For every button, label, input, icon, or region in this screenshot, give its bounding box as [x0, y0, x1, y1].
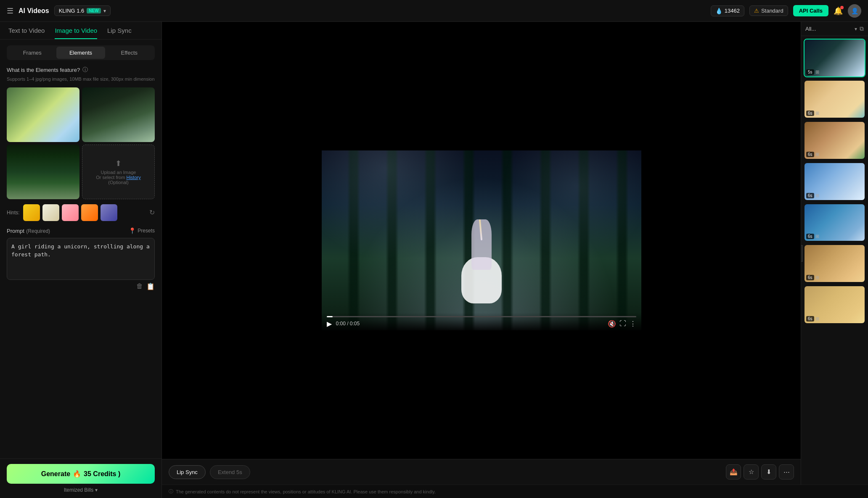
time-display: 0:00 / 0:05 — [336, 321, 360, 327]
hd-icon-1: ⊞ — [815, 69, 819, 75]
info-icon-footer: ⓘ — [169, 488, 173, 495]
center-right-wrapper: ▶ 0:00 / 0:05 🔇 ⛶ ⋮ — [162, 22, 868, 498]
refresh-icon[interactable]: ↻ — [149, 208, 155, 216]
feature-description: Supports 1–4 jpg/png images, 10MB max fi… — [7, 76, 155, 82]
more-options-button[interactable]: ⋮ — [630, 320, 636, 328]
upload-text: Upload an ImageOr select from History(Op… — [96, 170, 140, 185]
prompt-header: Prompt (Required) 📍 Presets — [7, 227, 155, 235]
hint-5[interactable] — [101, 204, 117, 221]
credits-badge: 💧 13462 — [711, 5, 744, 16]
generate-button[interactable]: Generate 🔥 35 Credits ) — [7, 464, 155, 484]
collapse-sidebar-button[interactable]: « — [801, 245, 803, 262]
image-upload-grid: ⬆ Upload an ImageOr select from History(… — [7, 87, 155, 199]
controls-right: 🔇 ⛶ ⋮ — [608, 320, 636, 328]
hint-3[interactable] — [62, 204, 79, 221]
sidebar-filter-button[interactable]: All... — [805, 26, 852, 32]
sidebar-item-label-6: 6s ⊞ — [806, 275, 819, 280]
hint-2[interactable] — [42, 204, 59, 221]
menu-icon[interactable]: ☰ — [7, 6, 13, 16]
right-sidebar: « All... ▾ ⧉ 5s ⊞ — [801, 22, 868, 485]
subtab-frames[interactable]: Frames — [8, 47, 56, 59]
sidebar-item-label-1: 5s ⊞ — [806, 69, 819, 75]
controls-row: ▶ 0:00 / 0:05 🔇 ⛶ ⋮ — [327, 320, 636, 328]
chevron-down-icon: ▾ — [103, 8, 106, 14]
duration-badge-6: 6s — [806, 275, 814, 280]
hints-label: Hints: — [7, 210, 20, 216]
hd-icon-2: ⊞ — [815, 111, 819, 116]
tab-lip-sync[interactable]: Lip Sync — [107, 27, 132, 39]
itemized-bills[interactable]: Itemized Bills ▾ — [7, 487, 155, 493]
feature-question: What is the Elements feature? ⓘ — [7, 66, 155, 74]
play-button[interactable]: ▶ — [327, 320, 332, 328]
model-selector[interactable]: KLING 1.6 NEW ▾ — [54, 5, 111, 16]
image-thumb-3 — [7, 145, 79, 199]
favorite-button[interactable]: ☆ — [744, 464, 759, 480]
clear-icon[interactable]: 🗑 — [136, 282, 143, 290]
sidebar-item-6[interactable]: 6s ⊞ — [804, 244, 865, 283]
header-right: 💧 13462 ⚠ Standard API Calls 🔔 👤 — [711, 4, 861, 18]
sidebar-item-1[interactable]: 5s ⊞ — [804, 39, 865, 77]
share-button[interactable]: 📤 — [726, 464, 741, 480]
lip-sync-button[interactable]: Lip Sync — [169, 465, 206, 479]
sidebar-item-7[interactable]: 6s ⊞ — [804, 285, 865, 324]
notification-dot — [840, 6, 844, 9]
hd-icon-3: ⊞ — [815, 152, 819, 157]
sidebar-item-5[interactable]: 6s ⊞ — [804, 203, 865, 242]
notification-wrapper: 🔔 — [834, 6, 843, 16]
new-badge: NEW — [87, 8, 101, 13]
video-container: ▶ 0:00 / 0:05 🔇 ⛶ ⋮ — [162, 22, 801, 459]
video-frame: ▶ 0:00 / 0:05 🔇 ⛶ ⋮ — [322, 150, 641, 330]
sidebar-item-4[interactable]: 6s ⊞ — [804, 162, 865, 201]
image-thumb-1 — [7, 87, 79, 142]
sidebar-copy-icon[interactable]: ⧉ — [860, 25, 864, 32]
progress-fill — [327, 316, 333, 317]
video-and-sidebar: ▶ 0:00 / 0:05 🔇 ⛶ ⋮ — [162, 22, 868, 485]
sidebar-header: All... ▾ ⧉ — [801, 22, 868, 36]
sidebar-item-3[interactable]: 6s ⊞ — [804, 121, 865, 160]
sidebar-chevron-icon: ▾ — [855, 26, 857, 32]
sidebar-item-2[interactable]: 6s ⊞ — [804, 80, 865, 119]
duration-badge-4: 6s — [806, 193, 814, 198]
more-actions-button[interactable]: ⋯ — [779, 464, 794, 480]
history-link[interactable]: History — [126, 175, 140, 180]
video-player: ▶ 0:00 / 0:05 🔇 ⛶ ⋮ — [322, 150, 641, 330]
top-tabs: Text to Video Image to Video Lip Sync — [0, 22, 161, 40]
subtab-effects[interactable]: Effects — [105, 47, 153, 59]
api-calls-button[interactable]: API Calls — [793, 5, 828, 16]
mute-button[interactable]: 🔇 — [608, 320, 616, 328]
prompt-footer: 🗑 📋 — [7, 280, 155, 293]
download-button[interactable]: ⬇ — [761, 464, 776, 480]
image-cell-1[interactable] — [7, 87, 79, 142]
copy-icon[interactable]: 📋 — [146, 282, 155, 290]
hints-scroll — [23, 204, 146, 221]
hd-icon-5: ⊞ — [815, 234, 819, 239]
left-panel: Text to Video Image to Video Lip Sync Fr… — [0, 22, 162, 498]
standard-badge: ⚠ Standard — [749, 5, 788, 16]
image-upload-cell[interactable]: ⬆ Upload an ImageOr select from History(… — [82, 145, 155, 199]
fullscreen-button[interactable]: ⛶ — [619, 320, 626, 328]
hint-4[interactable] — [81, 204, 98, 221]
chevron-down-icon: ▾ — [95, 487, 98, 493]
presets-button[interactable]: 📍 Presets — [129, 227, 155, 234]
image-cell-3[interactable] — [7, 145, 79, 199]
sidebar-items-list: 5s ⊞ 6s ⊞ — [801, 36, 868, 485]
tab-image-to-video[interactable]: Image to Video — [55, 27, 97, 39]
footer-text: The generated contents do not represent … — [176, 489, 436, 494]
bell-icon[interactable]: 🔔 — [834, 7, 843, 15]
tab-text-to-video[interactable]: Text to Video — [8, 27, 45, 39]
image-cell-2[interactable] — [82, 87, 155, 142]
progress-bar[interactable] — [327, 316, 636, 317]
duration-badge-2: 6s — [806, 111, 814, 116]
subtab-elements[interactable]: Elements — [56, 47, 105, 59]
footer-notice: ⓘ The generated contents do not represen… — [162, 485, 868, 498]
hint-1[interactable] — [23, 204, 40, 221]
avatar[interactable]: 👤 — [848, 4, 861, 18]
app-header: ☰ AI Videos KLING 1.6 NEW ▾ 💧 13462 ⚠ St… — [0, 0, 868, 22]
extend-5s-button[interactable]: Extend 5s — [210, 465, 250, 479]
prompt-label: Prompt (Required) — [7, 227, 50, 235]
header-left: ☰ AI Videos KLING 1.6 NEW ▾ — [7, 5, 111, 16]
standard-label: Standard — [761, 8, 783, 14]
duration-badge-3: 6s — [806, 152, 814, 157]
prompt-textarea[interactable]: A girl riding a unicorn, strolling along… — [7, 238, 155, 280]
model-name: KLING 1.6 — [59, 8, 85, 14]
